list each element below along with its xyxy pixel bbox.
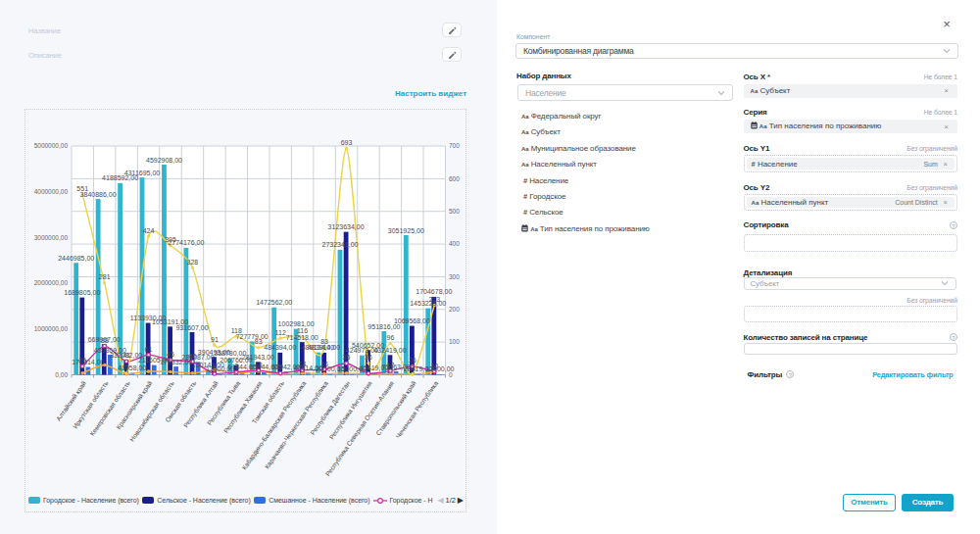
svg-text:693: 693 bbox=[341, 139, 353, 146]
svg-text:727779,00: 727779,00 bbox=[236, 333, 269, 340]
svg-text:40: 40 bbox=[189, 353, 197, 360]
svg-text:4311695,00: 4311695,00 bbox=[124, 170, 161, 176]
svg-text:36: 36 bbox=[365, 354, 372, 361]
svg-text:1472562,00: 1472562,00 bbox=[256, 299, 292, 306]
svg-text:Ставропольский край: Ставропольский край bbox=[374, 379, 418, 437]
svg-text:483914,00: 483914,00 bbox=[308, 344, 340, 351]
svg-text:Республика Хакасия: Республика Хакасия bbox=[222, 379, 265, 434]
svg-text:1002981,00: 1002981,00 bbox=[278, 320, 315, 327]
svg-text:484394,00: 484394,00 bbox=[264, 344, 296, 351]
svg-text:328: 328 bbox=[187, 259, 199, 266]
svg-text:700: 700 bbox=[449, 142, 460, 149]
svg-text:3000000,00: 3000000,00 bbox=[34, 234, 69, 241]
svg-text:Кемеровская область: Кемеровская область bbox=[88, 379, 132, 437]
svg-text:2774176,00: 2774176,00 bbox=[168, 239, 204, 246]
svg-text:3051925,00: 3051925,00 bbox=[388, 227, 424, 234]
svg-text:14: 14 bbox=[299, 361, 307, 367]
svg-text:96: 96 bbox=[387, 334, 395, 341]
svg-text:13: 13 bbox=[255, 362, 263, 368]
svg-text:5000000,00: 5000000,00 bbox=[34, 142, 69, 149]
svg-text:88: 88 bbox=[101, 337, 109, 344]
svg-text:432419,00: 432419,00 bbox=[373, 347, 406, 354]
svg-text:83: 83 bbox=[320, 338, 328, 345]
svg-text:8: 8 bbox=[234, 363, 238, 369]
svg-text:Республика Дагестан: Республика Дагестан bbox=[309, 379, 352, 436]
svg-text:2446985,00: 2446985,00 bbox=[58, 255, 94, 262]
svg-text:500: 500 bbox=[449, 208, 460, 215]
svg-text:0,00: 0,00 bbox=[55, 371, 68, 378]
svg-text:170314,00: 170314,00 bbox=[72, 359, 104, 365]
svg-text:424: 424 bbox=[143, 227, 155, 234]
svg-text:1704678,00: 1704678,00 bbox=[416, 288, 452, 295]
svg-text:600: 600 bbox=[449, 175, 460, 182]
svg-text:213: 213 bbox=[428, 296, 440, 303]
svg-text:1000000,00: 1000000,00 bbox=[34, 325, 69, 332]
svg-text:4: 4 bbox=[367, 364, 370, 371]
svg-text:3123634,00: 3123634,00 bbox=[328, 223, 365, 230]
svg-text:112: 112 bbox=[275, 329, 286, 336]
svg-text:83: 83 bbox=[255, 338, 263, 345]
svg-text:41058,00: 41058,00 bbox=[118, 364, 146, 371]
svg-text:4592908,00: 4592908,00 bbox=[146, 157, 182, 164]
svg-text:10: 10 bbox=[430, 363, 438, 369]
svg-text:Чеченская Республика: Чеченская Республика bbox=[394, 379, 440, 440]
svg-text:3: 3 bbox=[213, 364, 217, 371]
svg-text:26: 26 bbox=[78, 357, 86, 364]
svg-text:1689805,00: 1689805,00 bbox=[64, 289, 100, 296]
svg-text:200: 200 bbox=[449, 306, 460, 313]
svg-text:2: 2 bbox=[411, 364, 415, 371]
svg-text:35: 35 bbox=[343, 354, 351, 361]
svg-text:300: 300 bbox=[449, 273, 460, 280]
svg-text:5: 5 bbox=[278, 364, 282, 370]
svg-text:41: 41 bbox=[122, 352, 130, 359]
svg-text:2732341,00: 2732341,00 bbox=[322, 241, 359, 248]
svg-text:4000000,00: 4000000,00 bbox=[34, 188, 69, 195]
svg-text:116: 116 bbox=[297, 327, 308, 334]
svg-text:61: 61 bbox=[145, 346, 153, 353]
svg-text:1069568,00: 1069568,00 bbox=[394, 317, 430, 324]
svg-text:400: 400 bbox=[449, 240, 460, 247]
svg-text:2000000,00: 2000000,00 bbox=[34, 279, 69, 286]
svg-text:45: 45 bbox=[167, 351, 174, 358]
svg-text:91: 91 bbox=[211, 336, 219, 343]
svg-text:26: 26 bbox=[409, 357, 416, 364]
svg-text:100: 100 bbox=[449, 338, 460, 345]
svg-text:16: 16 bbox=[320, 361, 328, 367]
svg-text:281: 281 bbox=[99, 273, 111, 280]
svg-text:714518,00: 714518,00 bbox=[286, 334, 318, 341]
svg-text:5: 5 bbox=[124, 364, 128, 370]
svg-text:281943,00: 281943,00 bbox=[242, 354, 274, 361]
svg-text:3840886,00: 3840886,00 bbox=[80, 191, 117, 198]
svg-text:931607,00: 931607,00 bbox=[175, 324, 208, 331]
svg-text:12: 12 bbox=[387, 362, 395, 368]
